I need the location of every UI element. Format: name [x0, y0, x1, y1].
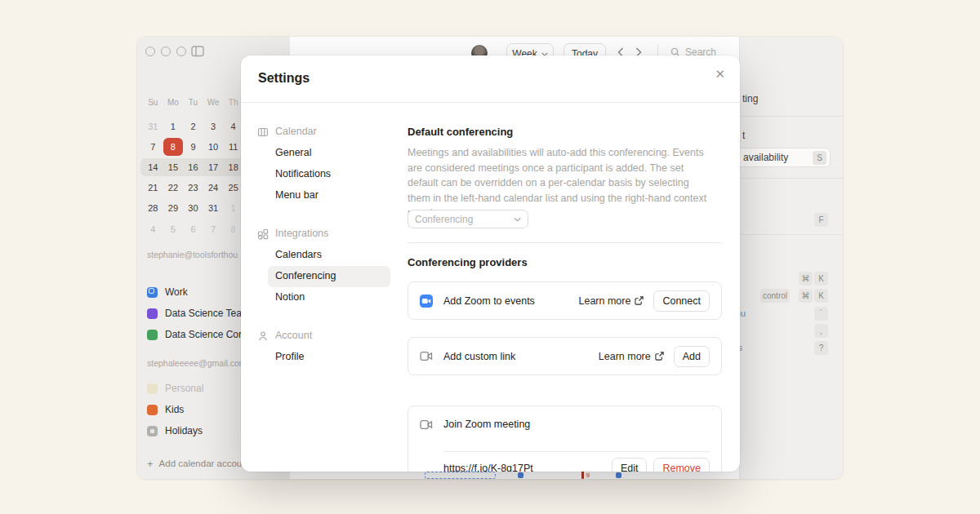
- nav-item-profile[interactable]: Profile: [275, 351, 304, 362]
- calendar-label: Personal: [165, 383, 203, 394]
- calendar-checkbox[interactable]: [147, 308, 158, 319]
- add-account-label: Add calendar account: [159, 459, 250, 468]
- connect-button[interactable]: Connect: [653, 290, 710, 312]
- key-badge: ,: [814, 324, 828, 338]
- calendar-day[interactable]: 15: [163, 158, 184, 176]
- dropdown-placeholder: Conferencing: [415, 214, 473, 225]
- event-fragment-icon: [518, 472, 523, 478]
- calendar-day[interactable]: 18: [223, 158, 243, 176]
- calendar-day[interactable]: 4: [143, 220, 163, 238]
- calendar-day[interactable]: 7: [203, 220, 224, 238]
- calendar-day[interactable]: 8: [223, 220, 243, 238]
- key-badge: K: [814, 289, 828, 303]
- video-camera-icon: [420, 419, 433, 430]
- calendar-list-item-core[interactable]: Data Science Core: [147, 328, 247, 341]
- calendar-list-item-holidays[interactable]: Holidays: [147, 424, 203, 437]
- calendar-day[interactable]: 10: [203, 138, 224, 156]
- calendar-day-selected[interactable]: 8: [163, 138, 184, 156]
- calendar-day[interactable]: 11: [223, 138, 243, 156]
- calendar-day[interactable]: 24: [203, 179, 224, 197]
- calendar-day[interactable]: 1: [163, 117, 184, 135]
- window-minimize-button[interactable]: [161, 47, 171, 56]
- calendar-columns-icon: [257, 126, 269, 138]
- calendar-day[interactable]: 1: [223, 199, 243, 217]
- panel-divider: [740, 178, 843, 179]
- content-divider: [408, 242, 722, 243]
- card-label: Join Zoom meeting: [443, 419, 530, 430]
- event-fragment-red[interactable]: 9: [581, 471, 603, 479]
- event-fragment-icon: [616, 472, 621, 478]
- card-label: Add custom link: [443, 351, 515, 362]
- providers-heading: Conferencing providers: [408, 256, 528, 268]
- close-icon[interactable]: ✕: [715, 67, 725, 82]
- external-link-icon: [635, 296, 644, 305]
- calendar-checkbox[interactable]: [147, 287, 158, 298]
- context-panel: ting t availability S F ⌘ K control ⌘ K …: [739, 37, 843, 479]
- key-badge: ⌘: [799, 272, 813, 286]
- calendar-day[interactable]: 28: [143, 199, 163, 217]
- calendar-list-item-team[interactable]: Data Science Team: [147, 307, 250, 320]
- calendar-day[interactable]: 23: [183, 179, 203, 197]
- add-button[interactable]: Add: [674, 346, 710, 367]
- calendar-label: Holidays: [165, 425, 203, 436]
- provider-card-custom-link: Add custom link Learn more Add: [408, 337, 722, 375]
- calendar-day[interactable]: 31: [203, 199, 224, 217]
- calendar-label: Data Science Team: [165, 308, 250, 319]
- nav-item-notion[interactable]: Notion: [275, 291, 305, 303]
- calendar-day[interactable]: 5: [163, 220, 184, 238]
- calendar-day[interactable]: 2: [183, 117, 203, 135]
- calendar-checkbox[interactable]: [147, 405, 158, 415]
- calendar-day[interactable]: 4: [223, 117, 243, 135]
- key-badge: ⌘: [799, 289, 813, 303]
- calendar-day[interactable]: 25: [223, 179, 243, 197]
- nav-item-conferencing[interactable]: Conferencing: [275, 270, 336, 281]
- nav-item-notifications[interactable]: Notifications: [275, 168, 331, 179]
- calendar-day[interactable]: 31: [143, 117, 163, 135]
- calendar-checkbox[interactable]: [147, 330, 158, 340]
- window-close-button[interactable]: [145, 47, 155, 56]
- calendar-day[interactable]: 14: [143, 158, 163, 176]
- modal-title: Settings: [258, 71, 310, 86]
- calendar-list-item-kids[interactable]: Kids: [147, 403, 184, 416]
- meeting-url: https://f.io/K-8g17Pt: [443, 463, 533, 472]
- remove-button[interactable]: Remove: [653, 458, 710, 472]
- calendar-day[interactable]: 16: [183, 158, 203, 176]
- calendar-day[interactable]: 9: [183, 138, 203, 156]
- calendar-checkbox[interactable]: [147, 426, 158, 436]
- integrations-grid-icon: [257, 228, 269, 240]
- calendar-list-item-work[interactable]: Work: [147, 286, 188, 299]
- card-label: Add Zoom to events: [443, 295, 535, 307]
- learn-more-link[interactable]: Learn more: [599, 351, 664, 362]
- panel-divider: [740, 116, 843, 117]
- nav-item-calendars[interactable]: Calendars: [275, 249, 322, 260]
- calendar-day[interactable]: 17: [203, 158, 224, 176]
- event-fragment-label: 9: [586, 472, 590, 479]
- calendar-list-item-personal[interactable]: Personal: [147, 382, 203, 395]
- day-header: Su: [143, 98, 163, 108]
- add-calendar-account-button[interactable]: + Add calendar account: [147, 457, 250, 470]
- event-fragment-dashed[interactable]: [425, 472, 496, 479]
- conferencing-dropdown[interactable]: Conferencing: [408, 210, 528, 228]
- learn-more-link[interactable]: Learn more: [579, 295, 644, 307]
- availability-field[interactable]: availability S: [733, 148, 831, 167]
- edit-button[interactable]: Edit: [612, 458, 648, 472]
- calendar-day[interactable]: 6: [183, 220, 203, 238]
- card-divider: [443, 451, 710, 452]
- calendar-day[interactable]: 7: [143, 138, 163, 156]
- section-heading: Default conferencing: [408, 126, 513, 138]
- calendar-day[interactable]: 30: [183, 199, 203, 217]
- calendar-day[interactable]: 3: [203, 117, 224, 135]
- key-badge: S: [813, 151, 826, 165]
- window-zoom-button[interactable]: [176, 47, 186, 56]
- nav-item-general[interactable]: General: [275, 147, 311, 158]
- nav-item-menu-bar[interactable]: Menu bar: [275, 189, 318, 201]
- panel-text-fragment: ting: [742, 93, 758, 104]
- plus-icon: +: [147, 458, 154, 470]
- calendar-checkbox[interactable]: [147, 383, 158, 394]
- calendar-day[interactable]: 29: [163, 199, 184, 217]
- sidebar-toggle-icon[interactable]: [191, 46, 204, 57]
- calendar-label: Data Science Core: [165, 329, 247, 340]
- calendar-day[interactable]: 21: [143, 179, 163, 197]
- panel-divider: [740, 234, 843, 235]
- calendar-day[interactable]: 22: [163, 179, 184, 197]
